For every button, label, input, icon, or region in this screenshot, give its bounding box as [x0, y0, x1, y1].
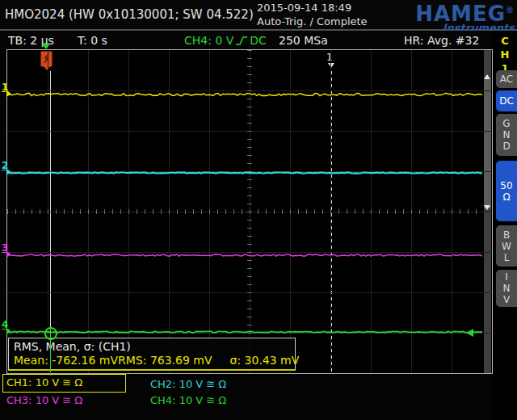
trigger-time-marker-icon: [42, 44, 50, 49]
channel-position-arrow-icon-ch1: [6, 90, 11, 97]
status-bar: TB: 2 µs T: 0 s CH4: 0 V DC 250 MSa HR: …: [0, 31, 517, 49]
trigger-source-readout: CH4: 0 V DC: [184, 34, 267, 47]
acquisition-mode-readout: HR: Avg. #32: [404, 34, 479, 47]
softkey-inv[interactable]: INV: [496, 270, 517, 307]
softkey-label-line: N: [503, 129, 511, 141]
trigger-source-text: CH4: 0 V: [184, 34, 233, 47]
quick-measure-panel: RMS, Mean, σ: (CH1) Mean: -762.16 mVRMS:…: [8, 338, 296, 371]
channel-label-ch4: CH4: 10 V ≅ Ω: [150, 394, 226, 406]
waveform-traces: [7, 50, 492, 373]
softkey-bwl[interactable]: BWL: [496, 225, 517, 267]
softkey-ac[interactable]: AC: [496, 70, 517, 88]
softkey-label-line: AC: [500, 74, 513, 85]
softkey-label-line: G: [502, 118, 510, 129]
softkey-label-line: 50: [500, 180, 512, 191]
trace-ch4: [7, 331, 482, 333]
measure-title: RMS, Mean, σ: (CH1): [14, 340, 290, 354]
channel-label-box-ch1: CH1: 10 V ≅ Ω: [2, 374, 126, 393]
datetime: 2015-09-14 18:49: [257, 2, 351, 14]
logo-brand: HAMEG®: [415, 0, 515, 24]
measure-value: RMS: 763.69 mV: [118, 354, 212, 367]
channel-position-arrow-icon-ch2: [6, 169, 11, 175]
softkey-label-line: Ω: [502, 191, 510, 203]
channel-label-ch2: CH2: 10 V ≅ Ω: [150, 378, 226, 390]
softkey-label-line: N: [503, 283, 511, 294]
softkey-50ohm[interactable]: 50Ω: [496, 161, 517, 221]
sample-rate-readout: 250 MSa: [279, 34, 328, 47]
device-info: HMO2024 (HW 0x10130001; SW 04.522): [5, 7, 254, 22]
channel-position-arrow-icon-ch3: [6, 251, 11, 258]
graticule: 1: [6, 49, 493, 374]
softkey-label-line: V: [503, 294, 510, 305]
softkey-label-line: D: [502, 141, 510, 152]
header-bar: HMO2024 (HW 0x10130001; SW 04.522) 2015-…: [0, 0, 517, 31]
oscilloscope-screen: HMO2024 (HW 0x10130001; SW 04.522) 2015-…: [0, 0, 517, 420]
sidebar-title-char: H: [494, 48, 515, 61]
measure-values: Mean: -762.16 mVRMS: 763.69 mVσ: 30.43 m…: [14, 354, 290, 368]
sidebar-title: CH1: [494, 34, 515, 75]
channel-position-arrow-icon-ch4: [6, 328, 11, 334]
softkey-label-line: L: [504, 252, 510, 263]
trigger-level-arrow-icon: [466, 329, 473, 337]
softkey-gnd[interactable]: GND: [496, 114, 517, 156]
softkey-label-line: W: [502, 241, 511, 252]
softkey-label-line: DC: [499, 95, 514, 107]
hameg-logo: HAMEG® Instruments: [415, 0, 515, 32]
measure-value: Mean: -762.16 mV: [14, 354, 118, 367]
trigger-point-circle-icon: [44, 327, 57, 340]
acquisition-status: Auto-Trig. / Complete: [257, 15, 368, 27]
rising-edge-icon: [235, 36, 248, 46]
softkey-label-line: B: [503, 229, 510, 241]
trace-ch3: [7, 254, 482, 256]
trigger-time-readout: T: 0 s: [78, 34, 107, 47]
measure-value: σ: 30.43 mV: [230, 354, 300, 367]
channel-label-ch1: CH1: 10 V ≅ Ω: [3, 375, 125, 388]
channel-label-ch3: CH3: 10 V ≅ Ω: [6, 394, 82, 406]
registered-mark: ®: [506, 6, 515, 15]
trigger-coupling-text: DC: [250, 34, 267, 47]
sidebar-title-char: C: [494, 34, 515, 48]
softkey-label-line: I: [505, 271, 508, 283]
trace-ch1: [7, 93, 482, 95]
trace-ch2: [7, 172, 482, 173]
softkey-dc[interactable]: DC: [496, 90, 517, 111]
